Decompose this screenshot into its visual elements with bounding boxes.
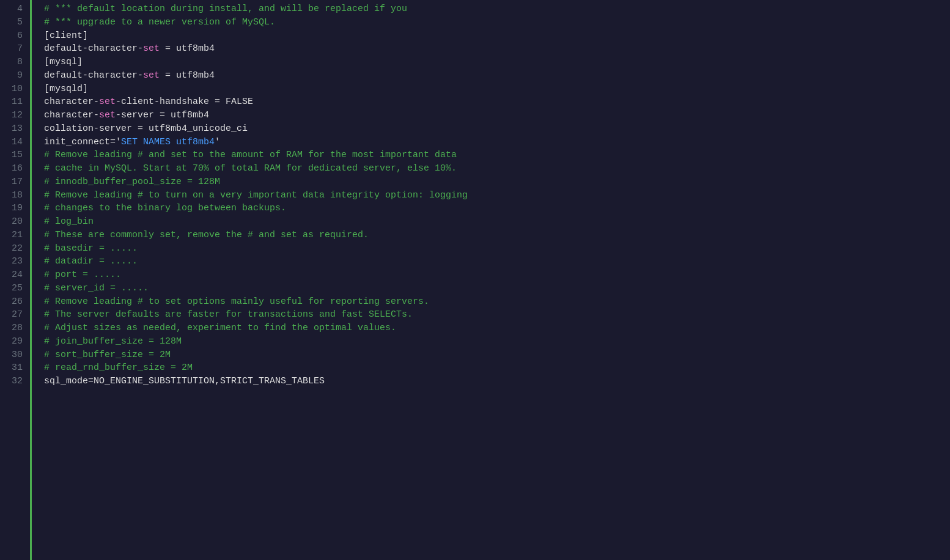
line-number: 13 [5,122,25,136]
line-number: 16 [5,162,25,175]
line-number: 6 [5,29,25,43]
code-token-comment: # These are commonly set, remove the # a… [44,230,369,240]
code-line: # server_id = ..... [44,282,950,295]
code-line: sql_mode=NO_ENGINE_SUBSTITUTION,STRICT_T… [44,375,950,388]
code-token-comment: # log_bin [44,216,94,227]
code-token-comment: # port = ..... [44,270,121,280]
code-line: # Adjust sizes as needed, experiment to … [44,322,950,335]
line-number: 8 [5,56,25,69]
code-line: character-set-server = utf8mb4 [44,109,950,122]
code-token-white: [mysql] [44,57,83,67]
line-number: 5 [5,16,25,29]
code-line: # *** upgrade to a newer version of MySQ… [44,16,950,29]
code-token-comment: # cache in MySQL. Start at 70% of total … [44,163,457,174]
code-content[interactable]: # *** default location during install, a… [32,0,950,560]
code-token-comment: # basedir = ..... [44,243,138,254]
code-line: # These are commonly set, remove the # a… [44,229,950,242]
line-number: 32 [5,375,25,388]
code-token-comment: # Remove leading # to turn on a very imp… [44,190,468,201]
code-token-comment: # Adjust sizes as needed, experiment to … [44,323,396,333]
line-number: 24 [5,268,25,282]
line-number: 12 [5,109,25,122]
code-token-set: set [143,70,160,81]
line-number: 26 [5,295,25,309]
code-token-comment: # innodb_buffer_pool_size = 128M [44,177,220,187]
code-token-white: collation-server = utf8mb4_unicode_ci [44,123,248,134]
code-token-key: character- [44,110,99,120]
code-editor: 4567891011121314151617181920212223242526… [0,0,950,560]
line-number: 27 [5,308,25,322]
code-line: # datadir = ..... [44,255,950,268]
line-number: 17 [5,175,25,189]
line-number: 7 [5,42,25,56]
line-number: 14 [5,136,25,149]
code-token-white: ' [215,137,220,147]
code-token-set: set [143,43,160,54]
line-number: 4 [5,2,25,16]
code-token-white: [mysqld] [44,84,88,94]
code-token-white: init_connect=' [44,137,121,147]
code-token-comment: # sort_buffer_size = 2M [44,350,171,360]
line-number: 10 [5,83,25,96]
code-line: [mysql] [44,56,950,69]
line-number: 30 [5,348,25,362]
code-token-comment: # Remove leading # and set to the amount… [44,150,457,160]
code-line: default-character-set = utf8mb4 [44,42,950,56]
line-number: 29 [5,335,25,348]
code-token-key: default-character- [44,43,143,54]
code-line: # Remove leading # to set options mainly… [44,295,950,309]
code-token-comment: # server_id = ..... [44,283,149,293]
line-number: 31 [5,361,25,375]
line-number: 9 [5,69,25,83]
code-line: character-set-client-handshake = FALSE [44,95,950,109]
code-line: # Remove leading # and set to the amount… [44,149,950,162]
line-number: 23 [5,255,25,268]
line-number: 11 [5,95,25,109]
code-line: # read_rnd_buffer_size = 2M [44,361,950,375]
code-line: # Remove leading # to turn on a very imp… [44,189,950,202]
code-token-white: = utf8mb4 [160,70,215,81]
line-number: 18 [5,189,25,202]
code-line: # innodb_buffer_pool_size = 128M [44,175,950,189]
code-line: # cache in MySQL. Start at 70% of total … [44,162,950,175]
code-token-comment: # join_buffer_size = 128M [44,336,182,347]
code-line: default-character-set = utf8mb4 [44,69,950,83]
code-token-comment: # Remove leading # to set options mainly… [44,297,429,307]
code-token-comment: # changes to the binary log between back… [44,203,286,213]
code-token-white: sql_mode=NO_ENGINE_SUBSTITUTION,STRICT_T… [44,376,325,386]
code-token-string: SET NAMES utf8mb4 [121,137,215,147]
code-token-set: set [99,97,116,107]
code-token-white: -client-handshake = FALSE [116,97,253,107]
code-line: [mysqld] [44,83,950,96]
code-line: [client] [44,29,950,43]
code-token-comment: # *** upgrade to a newer version of MySQ… [44,17,275,28]
code-token-white: [client] [44,31,88,41]
code-token-key: default-character- [44,70,143,81]
code-token-white: = utf8mb4 [160,43,215,54]
code-line: init_connect='SET NAMES utf8mb4' [44,136,950,149]
code-token-comment: # The server defaults are faster for tra… [44,309,413,320]
code-line: # The server defaults are faster for tra… [44,308,950,322]
code-line: # join_buffer_size = 128M [44,335,950,348]
code-token-key: character- [44,97,99,107]
line-number: 15 [5,149,25,162]
code-token-comment: # datadir = ..... [44,256,138,267]
code-line: # port = ..... [44,268,950,282]
line-number: 19 [5,202,25,215]
code-line: # changes to the binary log between back… [44,202,950,215]
code-token-comment: # *** default location during install, a… [44,4,407,14]
line-number-gutter: 4567891011121314151617181920212223242526… [0,0,32,560]
code-line: # log_bin [44,215,950,229]
code-token-white: -server = utf8mb4 [116,110,209,120]
code-line: collation-server = utf8mb4_unicode_ci [44,122,950,136]
line-number: 21 [5,229,25,242]
code-token-comment: # read_rnd_buffer_size = 2M [44,363,193,373]
code-line: # *** default location during install, a… [44,2,950,16]
code-line: # sort_buffer_size = 2M [44,348,950,362]
line-number: 22 [5,242,25,256]
line-number: 28 [5,322,25,335]
line-number: 20 [5,215,25,229]
code-line: # basedir = ..... [44,242,950,256]
code-token-set: set [99,110,116,120]
line-number: 25 [5,282,25,295]
